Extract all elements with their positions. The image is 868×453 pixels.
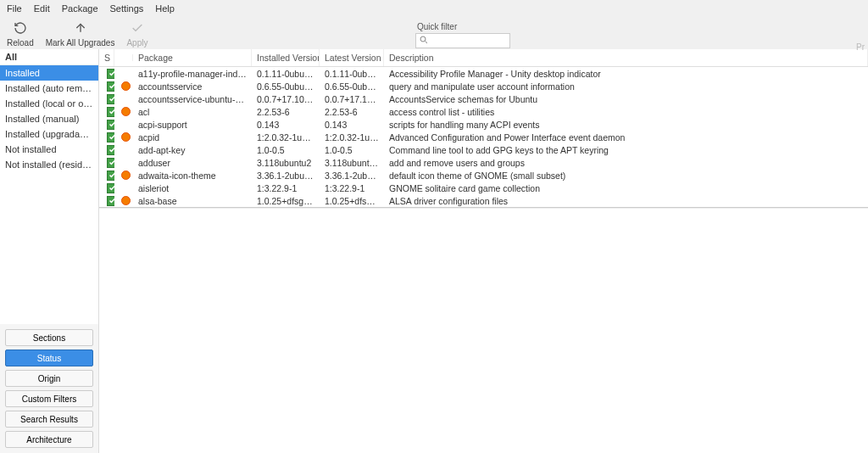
search-icon: [419, 35, 429, 45]
menu-package[interactable]: Package: [62, 3, 98, 14]
svg-point-0: [420, 36, 426, 42]
apply-icon: [130, 20, 145, 36]
category-architecture[interactable]: Architecture: [5, 431, 93, 448]
installed-version: 0.1.11-0ubuntu4: [252, 67, 320, 81]
category-buttons: SectionsStatusOriginCustom FiltersSearch…: [0, 324, 98, 453]
table-row[interactable]: add-apt-key1.0-0.51.0-0.5Command line to…: [99, 143, 868, 156]
description: query and manipulate user account inform…: [384, 80, 868, 93]
latest-version: 0.6.55-0ubuntu12~2: [320, 80, 384, 93]
supported-icon: [121, 132, 131, 142]
status-item[interactable]: Not installed (residual config): [0, 157, 98, 172]
mark-all-upgrades-button[interactable]: Mark All Upgrades: [46, 20, 115, 48]
latest-version: 1.0-0.5: [320, 143, 384, 157]
table-row[interactable]: acpid1:2.0.32-1ubuntu11:2.0.32-1ubuntu1A…: [99, 131, 868, 143]
status-checkbox-icon[interactable]: [107, 81, 114, 92]
installed-version: 2.2.53-6: [252, 105, 320, 119]
status-checkbox-icon[interactable]: [107, 132, 114, 143]
category-custom-filters[interactable]: Custom Filters: [5, 390, 93, 407]
table-row[interactable]: aisleriot1:3.22.9-11:3.22.9-1GNOME solit…: [99, 182, 868, 194]
table-row[interactable]: acpi-support0.1430.143scripts for handli…: [99, 118, 868, 131]
col-description[interactable]: Description: [384, 49, 868, 66]
detail-pane: [99, 208, 868, 453]
table-row[interactable]: accountsservice0.6.55-0ubuntu12~20.6.55-…: [99, 80, 868, 92]
installed-version: 3.118ubuntu2: [252, 156, 320, 170]
table-row[interactable]: a11y-profile-manager-indicator0.1.11-0ub…: [99, 67, 868, 80]
installed-version: 0.6.55-0ubuntu12~2: [252, 80, 320, 93]
status-checkbox-icon[interactable]: [107, 120, 114, 130]
reload-label: Reload: [7, 38, 34, 48]
installed-version: 0.0.7+17.10.20170(: [252, 92, 320, 106]
status-item[interactable]: Installed (local or obsolete): [0, 96, 98, 111]
menubar: FileEditPackageSettingsHelp: [0, 0, 868, 17]
package-name: a11y-profile-manager-indicator: [133, 67, 252, 81]
package-name: alsa-base: [133, 194, 252, 208]
main: All InstalledInstalled (auto removable)I…: [0, 49, 868, 453]
reload-icon: [13, 20, 28, 36]
right-cutoff-text: Pr: [856, 42, 865, 52]
package-name: add-apt-key: [133, 143, 252, 157]
table-row[interactable]: adduser3.118ubuntu23.118ubuntu2add and r…: [99, 156, 868, 169]
description: access control list - utilities: [384, 105, 868, 119]
installed-version: 1:2.0.32-1ubuntu1: [252, 131, 320, 144]
category-origin[interactable]: Origin: [5, 370, 93, 387]
status-checkbox-icon[interactable]: [107, 183, 114, 193]
apply-button[interactable]: Apply: [126, 20, 147, 48]
status-checkbox-icon[interactable]: [107, 145, 114, 155]
supported-icon: [121, 107, 131, 116]
installed-version: 3.36.1-2ubuntu0.20: [252, 169, 320, 182]
table-row[interactable]: acl2.2.53-62.2.53-6access control list -…: [99, 105, 868, 118]
category-search-results[interactable]: Search Results: [5, 411, 93, 428]
col-package[interactable]: Package: [133, 49, 252, 66]
status-header[interactable]: All: [0, 49, 98, 65]
installed-version: 1:3.22.9-1: [252, 182, 320, 195]
apply-label: Apply: [126, 38, 147, 48]
category-status[interactable]: Status: [5, 350, 93, 366]
col-latest[interactable]: Latest Version: [320, 49, 384, 66]
status-item[interactable]: Installed (manual): [0, 111, 98, 126]
table-body: a11y-profile-manager-indicator0.1.11-0ub…: [99, 67, 868, 207]
status-checkbox-icon[interactable]: [107, 107, 114, 117]
status-checkbox-icon[interactable]: [107, 171, 114, 181]
description: scripts for handling many ACPI events: [384, 118, 868, 131]
col-installed[interactable]: Installed Version: [252, 49, 320, 66]
col-s[interactable]: S: [99, 49, 114, 66]
status-checkbox-icon[interactable]: [107, 196, 114, 206]
latest-version: 2.2.53-6: [320, 105, 384, 119]
category-sections[interactable]: Sections: [5, 329, 93, 346]
latest-version: 1:2.0.32-1ubuntu1: [320, 131, 384, 144]
description: Accessibility Profile Manager - Unity de…: [384, 67, 868, 81]
package-name: accountsservice: [133, 80, 252, 93]
table-row[interactable]: alsa-base1.0.25+dfsg-0ubunt1.0.25+dfsg-0…: [99, 194, 868, 207]
menu-file[interactable]: File: [7, 3, 22, 14]
package-name: acpi-support: [133, 118, 252, 131]
menu-help[interactable]: Help: [155, 3, 175, 14]
right-column: S Package Installed Version Latest Versi…: [99, 49, 868, 453]
reload-button[interactable]: Reload: [7, 20, 34, 48]
package-name: aisleriot: [133, 182, 252, 195]
latest-version: 1:3.22.9-1: [320, 182, 384, 195]
status-item[interactable]: Installed (auto removable): [0, 81, 98, 96]
menu-settings[interactable]: Settings: [110, 3, 144, 14]
status-item[interactable]: Installed (upgradable): [0, 126, 98, 142]
status-checkbox-icon[interactable]: [107, 94, 114, 104]
status-item[interactable]: Installed: [0, 65, 98, 81]
table-row[interactable]: accountsservice-ubuntu-schema0.0.7+17.10…: [99, 92, 868, 105]
status-items: InstalledInstalled (auto removable)Insta…: [0, 65, 98, 172]
status-checkbox-icon[interactable]: [107, 158, 114, 168]
supported-icon: [121, 196, 131, 205]
latest-version: 3.118ubuntu2: [320, 156, 384, 170]
package-name: accountsservice-ubuntu-schema: [133, 92, 252, 106]
description: Command line tool to add GPG keys to the…: [384, 143, 868, 157]
table-row[interactable]: adwaita-icon-theme3.36.1-2ubuntu0.203.36…: [99, 169, 868, 182]
menu-edit[interactable]: Edit: [34, 3, 50, 14]
col-spacer: [114, 54, 133, 61]
installed-version: 1.0.25+dfsg-0ubunt: [252, 194, 320, 208]
package-name: acl: [133, 105, 252, 119]
status-checkbox-icon[interactable]: [107, 69, 114, 79]
quick-filter-input[interactable]: [415, 33, 510, 48]
installed-version: 0.143: [252, 118, 320, 131]
upgrade-icon: [73, 20, 88, 36]
latest-version: 3.36.1-2ubuntu0.20: [320, 169, 384, 182]
status-item[interactable]: Not installed: [0, 142, 98, 157]
description: default icon theme of GNOME (small subse…: [384, 169, 868, 182]
